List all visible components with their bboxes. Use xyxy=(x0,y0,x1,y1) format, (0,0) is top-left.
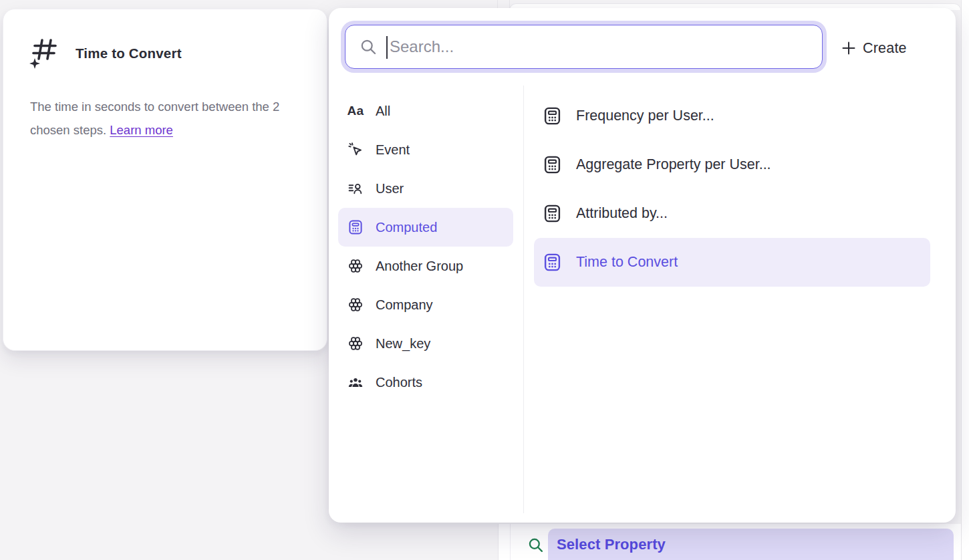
numeric-hash-star-icon xyxy=(29,36,61,71)
category-label: New_key xyxy=(376,336,430,352)
group-cluster-icon xyxy=(348,258,364,274)
property-selector-dropdown: Create AaAll Event User Computed Another… xyxy=(329,8,956,523)
category-label: All xyxy=(376,104,390,119)
create-button-label: Create xyxy=(863,40,907,57)
result-label: Frequency per User... xyxy=(576,108,714,124)
category-label: Event xyxy=(376,142,410,158)
result-label: Aggregate Property per User... xyxy=(576,156,771,173)
category-item-all[interactable]: AaAll xyxy=(338,92,513,130)
category-item-cohorts[interactable]: Cohorts xyxy=(338,363,513,402)
search-field[interactable] xyxy=(345,25,823,69)
aa-glyph: Aa xyxy=(348,104,364,118)
result-label: Attributed by... xyxy=(576,205,668,222)
calculator-icon xyxy=(348,219,364,235)
category-item-event[interactable]: Event xyxy=(338,130,513,169)
tooltip-header: Time to Convert xyxy=(29,36,182,71)
calculator-icon xyxy=(543,106,562,126)
property-tooltip-card: Time to Convert The time in seconds to c… xyxy=(3,9,327,351)
group-cluster-icon xyxy=(348,335,364,352)
result-item-aggregate-property-per-user[interactable]: Aggregate Property per User... xyxy=(534,140,930,189)
calculator-icon xyxy=(543,155,562,174)
category-item-another-group[interactable]: Another Group xyxy=(338,247,513,285)
category-item-user[interactable]: User xyxy=(338,169,513,208)
cohorts-icon xyxy=(348,374,364,390)
search-focus-ring xyxy=(341,21,827,73)
calculator-icon xyxy=(543,204,562,223)
category-label: Computed xyxy=(376,220,437,235)
category-label: Cohorts xyxy=(376,375,422,390)
search-input[interactable] xyxy=(345,25,822,68)
category-item-new-key[interactable]: New_key xyxy=(338,324,513,363)
event-cursor-icon xyxy=(348,142,364,158)
group-cluster-icon xyxy=(348,297,364,313)
result-item-attributed-by[interactable]: Attributed by... xyxy=(534,189,930,238)
tooltip-description: The time in seconds to convert between t… xyxy=(30,95,283,142)
category-item-company[interactable]: Company xyxy=(338,285,513,324)
category-item-computed[interactable]: Computed xyxy=(338,208,513,247)
learn-more-link[interactable]: Learn more xyxy=(110,123,173,137)
tooltip-title: Time to Convert xyxy=(76,45,182,61)
result-item-time-to-convert[interactable]: Time to Convert xyxy=(534,238,930,287)
panel-divider xyxy=(523,86,524,513)
text-aa-icon: Aa xyxy=(348,103,364,119)
background-divider xyxy=(510,524,511,560)
result-item-frequency-per-user[interactable]: Frequency per User... xyxy=(534,92,930,140)
category-list: AaAll Event User Computed Another Group … xyxy=(338,92,513,402)
background-card-right-edge xyxy=(961,0,969,560)
calculator-icon xyxy=(543,253,562,272)
select-property-field[interactable]: Select Property xyxy=(548,529,954,560)
select-property-label: Select Property xyxy=(557,536,666,553)
create-button[interactable]: Create xyxy=(842,33,907,63)
category-label: Company xyxy=(376,297,433,313)
plus-icon xyxy=(842,41,855,55)
result-list: Frequency per User... Aggregate Property… xyxy=(534,92,930,287)
category-label: Another Group xyxy=(376,259,463,274)
result-label: Time to Convert xyxy=(576,254,678,271)
property-search-icon xyxy=(527,537,545,554)
category-label: User xyxy=(376,181,404,196)
user-profile-icon xyxy=(348,180,364,196)
